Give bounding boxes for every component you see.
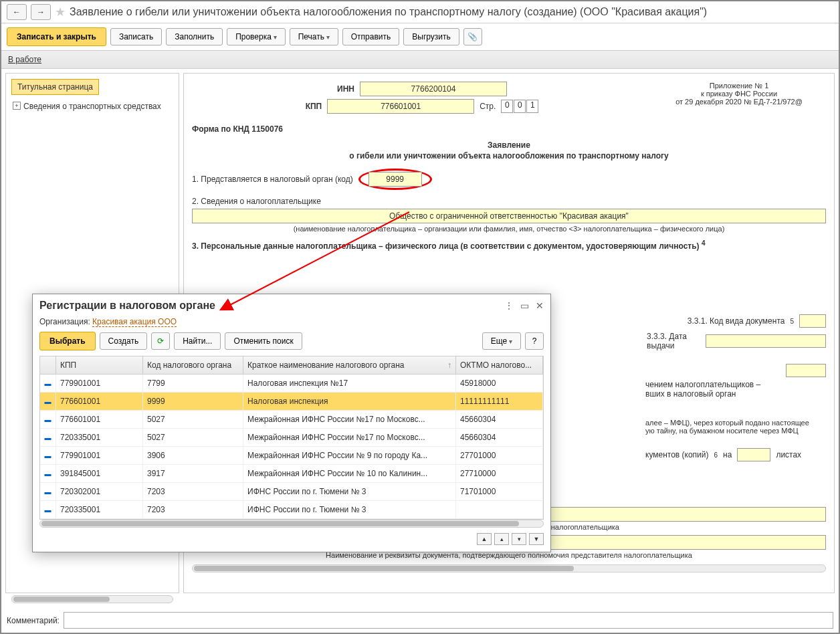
dialog-select-button[interactable]: Выбрать xyxy=(39,332,96,350)
row-icon: ▬ xyxy=(45,452,51,459)
dialog-close-icon[interactable]: ✕ xyxy=(536,300,544,311)
check-button[interactable]: Проверка xyxy=(227,28,286,45)
col-code-header[interactable]: Код налогового органа xyxy=(143,356,243,374)
cell-oktmo: 45918000 xyxy=(456,375,543,392)
dialog-help-button[interactable]: ? xyxy=(525,332,544,350)
row-icon: ▬ xyxy=(45,416,51,423)
send-button[interactable]: Отправить xyxy=(342,28,400,45)
cell-oktmo: 27710000 xyxy=(456,465,543,482)
col-kpp-header[interactable]: КПП xyxy=(56,356,143,374)
dialog-refresh-icon[interactable]: ⟳ xyxy=(151,332,170,350)
dialog-org-label: Организация: xyxy=(39,317,90,326)
row-icon: ▬ xyxy=(45,488,51,496)
cell-oktmo: 11111111111 xyxy=(456,393,543,410)
content-hscroll[interactable] xyxy=(192,564,826,572)
col-icon-header[interactable] xyxy=(40,356,56,374)
table-row[interactable]: ▬7203350017203ИФНС России по г. Тюмени №… xyxy=(40,501,543,519)
dialog-menu-icon[interactable]: ⋮ xyxy=(504,300,514,311)
cell-name: Межрайонная ИФНС России №17 по Московс..… xyxy=(243,411,456,428)
small-field-1[interactable] xyxy=(786,364,826,377)
registration-grid: КПП Код налогового органа Краткое наимен… xyxy=(39,356,544,520)
grid-first-button[interactable]: ▲ xyxy=(477,533,492,545)
grid-up-button[interactable]: ▴ xyxy=(494,533,509,545)
cell-name: Межрайонная ИФНС России № 10 по Калинин.… xyxy=(243,465,456,482)
back-button[interactable]: ← xyxy=(7,4,27,20)
dialog-create-button[interactable]: Создать xyxy=(100,332,148,350)
forward-button[interactable]: → xyxy=(31,4,51,20)
table-row[interactable]: ▬7203020017203ИФНС России по г. Тюмени №… xyxy=(40,483,543,501)
dialog-restore-icon[interactable]: ▭ xyxy=(520,300,529,311)
sidebar-hscroll[interactable] xyxy=(11,595,173,603)
cell-kpp: 391845001 xyxy=(56,465,143,482)
hidden-text-2: вших в налоговый орган xyxy=(645,389,826,399)
cell-name: Налоговая инспекция xyxy=(243,393,456,410)
dialog-find-button[interactable]: Найти... xyxy=(174,332,221,350)
cell-kpp: 776601001 xyxy=(56,393,143,410)
sidebar-item-transport[interactable]: + Сведения о транспортных средствах xyxy=(11,99,173,114)
dialog-hscroll[interactable] xyxy=(39,520,544,528)
str-cell-2: 1 xyxy=(526,100,538,113)
org-name-field[interactable]: Общество с ограниченной ответственностью… xyxy=(192,209,826,223)
cell-code: 5027 xyxy=(143,429,243,446)
kpp-field[interactable]: 776601001 xyxy=(327,99,474,114)
mfc-text-1: алее – МФЦ), через который подано настоя… xyxy=(645,419,826,427)
inn-label: ИНН xyxy=(337,84,354,94)
table-row[interactable]: ▬7766010019999Налоговая инспекция1111111… xyxy=(40,393,543,411)
row-icon: ▬ xyxy=(45,506,51,514)
table-row[interactable]: ▬7766010015027Межрайонная ИФНС России №1… xyxy=(40,411,543,429)
table-row[interactable]: ▬7203350015027Межрайонная ИФНС России №1… xyxy=(40,429,543,447)
sidebar-tab-title-page[interactable]: Титульная страница xyxy=(11,79,99,95)
tree-expand-icon[interactable]: + xyxy=(13,102,21,110)
col-oktmo-header[interactable]: ОКТМО налогово... xyxy=(456,356,543,374)
dialog-cancel-find-button[interactable]: Отменить поиск xyxy=(225,332,302,350)
dialog-title: Регистрации в налоговом органе xyxy=(39,300,215,312)
doc-kind-field[interactable] xyxy=(799,314,826,328)
pages-field[interactable] xyxy=(737,448,770,461)
sidebar-item-label: Сведения о транспортных средствах xyxy=(23,102,161,111)
attach-icon[interactable]: 📎 xyxy=(463,28,482,45)
hidden-text-1: чением налогоплательщиков – xyxy=(645,380,826,389)
cell-code: 7799 xyxy=(143,375,243,392)
row-icon: ▬ xyxy=(45,434,51,441)
cell-name: Межрайонная ИФНС России № 9 по городу Ка… xyxy=(243,447,456,464)
tax-code-field[interactable]: 9999 xyxy=(369,172,422,187)
cell-name: Межрайонная ИФНС России №17 по Московс..… xyxy=(243,429,456,446)
grid-down-button[interactable]: ▾ xyxy=(512,533,526,545)
page-title: Заявление о гибели или уничтожении объек… xyxy=(70,6,707,18)
export-button[interactable]: Выгрузить xyxy=(403,28,459,45)
table-row[interactable]: ▬7799010017799Налоговая инспекция №17459… xyxy=(40,375,543,393)
line1-label: 1. Представляется в налоговый орган (код… xyxy=(192,175,353,184)
appendix-block: Приложение № 1 к приказу ФНС России от 2… xyxy=(652,82,826,116)
cell-code: 7203 xyxy=(143,501,243,518)
col-name-header[interactable]: Краткое наименование налогового органа ↑ xyxy=(243,356,456,374)
grid-last-button[interactable]: ▼ xyxy=(529,533,544,545)
favorite-star-icon[interactable]: ★ xyxy=(55,5,66,19)
inn-field[interactable]: 7766200104 xyxy=(360,82,507,96)
cell-oktmo xyxy=(456,501,543,518)
line3-sup: 4 xyxy=(702,239,706,247)
table-row[interactable]: ▬7799010013906Межрайонная ИФНС России № … xyxy=(40,447,543,465)
status-link[interactable]: В работе xyxy=(8,55,41,64)
save-button[interactable]: Записать xyxy=(110,28,162,45)
print-button[interactable]: Печать xyxy=(290,28,338,45)
line331-sup: 5 xyxy=(790,318,794,325)
row-icon: ▬ xyxy=(45,398,51,405)
save-close-button[interactable]: Записать и закрыть xyxy=(7,27,106,46)
cell-code: 5027 xyxy=(143,411,243,428)
cell-oktmo: 45660304 xyxy=(456,411,543,428)
table-row[interactable]: ▬3918450013917Межрайонная ИФНС России № … xyxy=(40,465,543,483)
fill-button[interactable]: Заполнить xyxy=(166,28,223,45)
dialog-more-button[interactable]: Еще xyxy=(482,332,521,350)
cell-code: 7203 xyxy=(143,483,243,500)
docs-label: кументов (копий) xyxy=(645,450,709,459)
dialog-org-link[interactable]: Красивая акация ООО xyxy=(92,317,177,327)
declaration-title: Заявление xyxy=(192,140,826,150)
row-icon: ▬ xyxy=(45,470,51,478)
issue-date-field[interactable] xyxy=(706,334,826,348)
tax-code-highlight: 9999 xyxy=(358,169,432,190)
registration-dialog: Регистрации в налоговом органе ⋮ ▭ ✕ Орг… xyxy=(32,294,551,552)
line3-label: 3. Персональные данные налогоплательщика… xyxy=(192,241,700,251)
comment-label: Комментарий: xyxy=(7,616,60,625)
comment-input[interactable] xyxy=(64,612,833,629)
cell-oktmo: 45660304 xyxy=(456,429,543,446)
